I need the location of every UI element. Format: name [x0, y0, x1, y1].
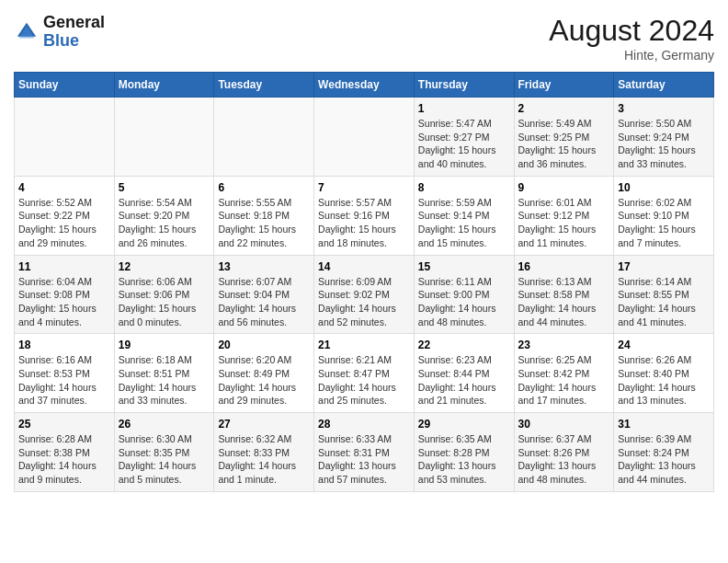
day-info: Sunrise: 6:11 AM Sunset: 9:00 PM Dayligh… — [418, 275, 510, 329]
day-number: 12 — [119, 260, 210, 273]
day-number: 3 — [618, 102, 710, 115]
weekday-header-friday: Friday — [514, 73, 614, 98]
day-number: 25 — [18, 418, 110, 431]
day-info: Sunrise: 6:30 AM Sunset: 8:35 PM Dayligh… — [119, 432, 210, 487]
day-number: 20 — [218, 339, 310, 351]
calendar-cell: 12Sunrise: 6:06 AM Sunset: 9:06 PM Dayli… — [114, 255, 214, 334]
calendar-cell: 19Sunrise: 6:18 AM Sunset: 8:51 PM Dayli… — [114, 334, 214, 413]
logo: General Blue — [14, 14, 105, 51]
calendar-table: SundayMondayTuesdayWednesdayThursdayFrid… — [14, 72, 714, 492]
day-info: Sunrise: 5:50 AM Sunset: 9:24 PM Dayligh… — [618, 117, 710, 171]
day-info: Sunrise: 6:35 AM Sunset: 8:28 PM Dayligh… — [418, 432, 510, 487]
day-number: 5 — [119, 181, 210, 194]
calendar-cell: 18Sunrise: 6:16 AM Sunset: 8:53 PM Dayli… — [15, 334, 115, 413]
calendar-cell: 16Sunrise: 6:13 AM Sunset: 8:58 PM Dayli… — [514, 255, 614, 334]
logo-blue: Blue — [43, 31, 79, 50]
day-number: 23 — [518, 339, 610, 351]
calendar-cell: 28Sunrise: 6:33 AM Sunset: 8:31 PM Dayli… — [314, 413, 415, 492]
page-header: General Blue August 2024 Hinte, Germany — [14, 14, 714, 63]
calendar-week-row: 1Sunrise: 5:47 AM Sunset: 9:27 PM Daylig… — [15, 98, 714, 177]
calendar-cell: 6Sunrise: 5:55 AM Sunset: 9:18 PM Daylig… — [214, 176, 314, 255]
day-number: 9 — [518, 181, 610, 194]
weekday-header-thursday: Thursday — [414, 73, 514, 98]
day-number: 16 — [518, 260, 610, 273]
day-info: Sunrise: 6:21 AM Sunset: 8:47 PM Dayligh… — [318, 353, 410, 408]
day-number: 30 — [518, 418, 610, 431]
day-info: Sunrise: 6:07 AM Sunset: 9:04 PM Dayligh… — [218, 275, 310, 329]
calendar-cell: 21Sunrise: 6:21 AM Sunset: 8:47 PM Dayli… — [314, 334, 415, 413]
day-number: 17 — [618, 260, 710, 273]
weekday-header-saturday: Saturday — [614, 73, 714, 98]
calendar-cell: 31Sunrise: 6:39 AM Sunset: 8:24 PM Dayli… — [614, 413, 714, 492]
logo-icon — [14, 19, 40, 45]
day-info: Sunrise: 5:52 AM Sunset: 9:22 PM Dayligh… — [18, 196, 110, 250]
calendar-cell: 10Sunrise: 6:02 AM Sunset: 9:10 PM Dayli… — [614, 176, 714, 255]
day-number: 22 — [418, 339, 510, 351]
calendar-cell: 15Sunrise: 6:11 AM Sunset: 9:00 PM Dayli… — [414, 255, 514, 334]
day-number: 26 — [119, 418, 210, 431]
day-number: 7 — [318, 181, 410, 194]
calendar-cell: 24Sunrise: 6:26 AM Sunset: 8:40 PM Dayli… — [614, 334, 714, 413]
day-number: 14 — [318, 260, 410, 273]
logo-text: General Blue — [43, 14, 105, 51]
calendar-cell — [114, 98, 214, 177]
day-info: Sunrise: 6:33 AM Sunset: 8:31 PM Dayligh… — [318, 432, 410, 487]
day-number: 28 — [318, 418, 410, 431]
month-year: August 2024 — [549, 14, 714, 48]
day-info: Sunrise: 5:54 AM Sunset: 9:20 PM Dayligh… — [119, 196, 210, 250]
calendar-cell: 26Sunrise: 6:30 AM Sunset: 8:35 PM Dayli… — [114, 413, 214, 492]
day-info: Sunrise: 6:25 AM Sunset: 8:42 PM Dayligh… — [518, 353, 610, 408]
calendar-cell: 30Sunrise: 6:37 AM Sunset: 8:26 PM Dayli… — [514, 413, 614, 492]
calendar-cell: 25Sunrise: 6:28 AM Sunset: 8:38 PM Dayli… — [15, 413, 115, 492]
logo-general: General — [43, 13, 105, 31]
day-info: Sunrise: 6:32 AM Sunset: 8:33 PM Dayligh… — [218, 432, 310, 487]
calendar-cell: 2Sunrise: 5:49 AM Sunset: 9:25 PM Daylig… — [514, 98, 614, 177]
calendar-cell: 8Sunrise: 5:59 AM Sunset: 9:14 PM Daylig… — [414, 176, 514, 255]
day-info: Sunrise: 6:14 AM Sunset: 8:55 PM Dayligh… — [618, 275, 710, 329]
calendar-week-row: 18Sunrise: 6:16 AM Sunset: 8:53 PM Dayli… — [15, 334, 714, 413]
day-number: 6 — [218, 181, 310, 194]
calendar-cell: 3Sunrise: 5:50 AM Sunset: 9:24 PM Daylig… — [614, 98, 714, 177]
day-number: 10 — [618, 181, 710, 194]
calendar-cell: 4Sunrise: 5:52 AM Sunset: 9:22 PM Daylig… — [15, 176, 115, 255]
day-number: 2 — [518, 102, 610, 115]
location: Hinte, Germany — [549, 48, 714, 63]
day-info: Sunrise: 6:13 AM Sunset: 8:58 PM Dayligh… — [518, 275, 610, 329]
calendar-cell: 11Sunrise: 6:04 AM Sunset: 9:08 PM Dayli… — [15, 255, 115, 334]
calendar-cell — [15, 98, 115, 177]
day-info: Sunrise: 6:06 AM Sunset: 9:06 PM Dayligh… — [119, 275, 210, 329]
day-number: 19 — [119, 339, 210, 351]
day-number: 27 — [218, 418, 310, 431]
day-number: 21 — [318, 339, 410, 351]
calendar-week-row: 25Sunrise: 6:28 AM Sunset: 8:38 PM Dayli… — [15, 413, 714, 492]
day-info: Sunrise: 6:01 AM Sunset: 9:12 PM Dayligh… — [518, 196, 610, 250]
weekday-header-row: SundayMondayTuesdayWednesdayThursdayFrid… — [15, 73, 714, 98]
day-info: Sunrise: 6:16 AM Sunset: 8:53 PM Dayligh… — [18, 353, 110, 408]
day-info: Sunrise: 6:28 AM Sunset: 8:38 PM Dayligh… — [18, 432, 110, 487]
calendar-cell: 23Sunrise: 6:25 AM Sunset: 8:42 PM Dayli… — [514, 334, 614, 413]
day-number: 8 — [418, 181, 510, 194]
calendar-cell — [214, 98, 314, 177]
calendar-cell: 22Sunrise: 6:23 AM Sunset: 8:44 PM Dayli… — [414, 334, 514, 413]
weekday-header-tuesday: Tuesday — [214, 73, 314, 98]
day-number: 24 — [618, 339, 710, 351]
day-number: 13 — [218, 260, 310, 273]
calendar-week-row: 11Sunrise: 6:04 AM Sunset: 9:08 PM Dayli… — [15, 255, 714, 334]
title-block: August 2024 Hinte, Germany — [549, 14, 714, 63]
day-number: 15 — [418, 260, 510, 273]
day-info: Sunrise: 6:23 AM Sunset: 8:44 PM Dayligh… — [418, 353, 510, 408]
day-info: Sunrise: 5:49 AM Sunset: 9:25 PM Dayligh… — [518, 117, 610, 171]
day-info: Sunrise: 5:55 AM Sunset: 9:18 PM Dayligh… — [218, 196, 310, 250]
day-info: Sunrise: 5:47 AM Sunset: 9:27 PM Dayligh… — [418, 117, 510, 171]
day-info: Sunrise: 6:18 AM Sunset: 8:51 PM Dayligh… — [119, 353, 210, 408]
day-info: Sunrise: 6:39 AM Sunset: 8:24 PM Dayligh… — [618, 432, 710, 487]
day-number: 11 — [18, 260, 110, 273]
day-number: 31 — [618, 418, 710, 431]
calendar-cell: 5Sunrise: 5:54 AM Sunset: 9:20 PM Daylig… — [114, 176, 214, 255]
calendar-cell: 29Sunrise: 6:35 AM Sunset: 8:28 PM Dayli… — [414, 413, 514, 492]
day-info: Sunrise: 6:37 AM Sunset: 8:26 PM Dayligh… — [518, 432, 610, 487]
calendar-cell: 14Sunrise: 6:09 AM Sunset: 9:02 PM Dayli… — [314, 255, 415, 334]
calendar-cell: 9Sunrise: 6:01 AM Sunset: 9:12 PM Daylig… — [514, 176, 614, 255]
calendar-cell: 27Sunrise: 6:32 AM Sunset: 8:33 PM Dayli… — [214, 413, 314, 492]
day-info: Sunrise: 5:59 AM Sunset: 9:14 PM Dayligh… — [418, 196, 510, 250]
